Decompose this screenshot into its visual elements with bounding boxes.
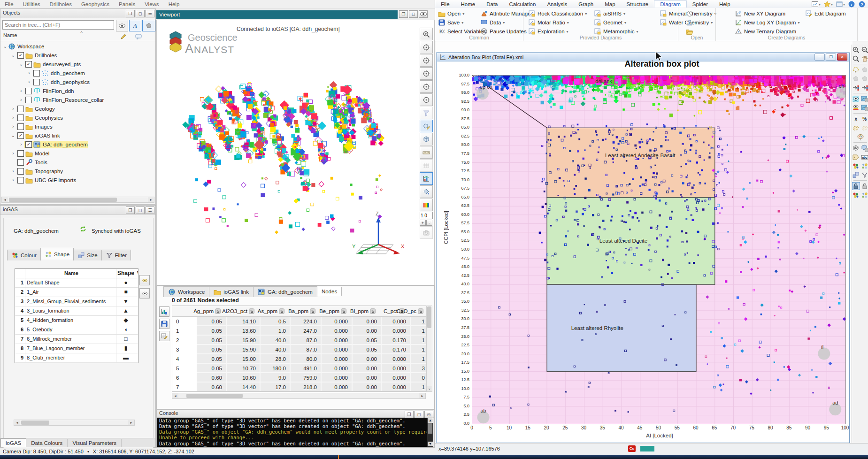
ribbon-tab-home[interactable]: Home <box>455 1 481 8</box>
tab-colour[interactable]: Colour <box>7 250 41 260</box>
legend-colour-button[interactable] <box>852 191 860 199</box>
ribbon-tab-data[interactable]: Data <box>481 1 503 8</box>
chevron-right-icon[interactable]: › <box>18 142 24 147</box>
shape-row-5-orebody[interactable]: 65_Orebody◖ <box>15 325 138 335</box>
colour-groups-button[interactable] <box>852 162 860 170</box>
column-plot-icon[interactable] <box>249 306 255 316</box>
ribbon-tab-graph[interactable]: Graph <box>573 1 599 8</box>
zoom-in-button[interactable] <box>852 46 860 54</box>
visibility-checkbox[interactable]: ✓ <box>17 132 24 139</box>
tag-labels-button[interactable] <box>852 153 860 161</box>
edit-cube-button[interactable] <box>420 120 433 132</box>
polygon-group-button[interactable] <box>852 75 860 83</box>
chevron-down-icon[interactable]: ⌄ <box>10 53 16 58</box>
shape-row-4-hidden-formation[interactable]: 54_Hidden_formation◆ <box>15 316 138 325</box>
plot-nodes-button[interactable] <box>159 306 169 317</box>
open-clock-button[interactable]: ▾ <box>686 10 697 17</box>
shape-row-7-blue-lagoon-member[interactable]: 87_Blue_Lagoon_member▮ <box>15 344 138 353</box>
tab-ga-ddh-geochem[interactable]: 10GA: ddh_geochem <box>253 286 317 297</box>
data-button[interactable]: Data▾ <box>480 19 505 26</box>
decrease-button[interactable]: - <box>426 220 432 226</box>
column-plot-icon[interactable] <box>310 306 316 316</box>
map-legend-alt-button[interactable] <box>861 104 868 112</box>
shape-row-default-shape[interactable]: 1Default Shape● <box>15 278 138 288</box>
size-groups-button[interactable] <box>852 171 860 179</box>
tab-nodes[interactable]: Nodes <box>317 287 342 296</box>
visibility-all-button[interactable] <box>139 275 150 285</box>
pause-updates-button[interactable]: Pause Updates <box>480 28 527 35</box>
shape-row-6-millrock-member[interactable]: 76_Millrock_member□ <box>15 335 138 344</box>
zoom-out-button[interactable] <box>861 46 868 54</box>
comment-bubble-icon[interactable] <box>135 33 142 40</box>
tab-size[interactable]: Size <box>73 250 101 260</box>
visibility-eye-icon[interactable] <box>135 297 138 306</box>
dock-panel-icon[interactable]: ◻ <box>136 207 145 214</box>
visibility-eye-icon[interactable] <box>135 353 138 362</box>
view-cube-button[interactable] <box>420 133 433 145</box>
chevron-right-icon[interactable]: › <box>18 88 24 93</box>
visibility-eye-icon[interactable] <box>135 316 138 325</box>
column-header-al2o3_pct[interactable]: Al2O3_pct <box>223 306 257 316</box>
tree-item-flinflon-resource-collar[interactable]: ›FlinFlon_Resource_collar <box>0 95 155 104</box>
tab-workspace[interactable]: Workspace <box>163 286 209 297</box>
tab-iogas-link[interactable]: ioGAS link <box>209 286 253 297</box>
tree-item-topography[interactable]: ›Topography <box>0 167 155 176</box>
eye-visibility-icon[interactable]: ◎ <box>424 411 433 418</box>
column-plot-icon[interactable] <box>215 306 221 316</box>
tab-filter[interactable]: Filter <box>101 250 131 260</box>
column-header-bi_ppm[interactable]: Bi_ppm <box>349 306 378 316</box>
geometry-toggle-button[interactable] <box>142 20 155 31</box>
visibility-checkbox[interactable] <box>17 115 24 121</box>
tree-item-ga-ddh-geochem[interactable]: ›✓10GA: ddh_geochem <box>0 140 155 149</box>
dock-panel-icon[interactable]: ◻ <box>415 411 423 418</box>
new-ternary-diagram-button[interactable]: New Ternary Diagram <box>735 28 796 35</box>
column-plot-icon[interactable] <box>279 306 285 316</box>
chevron-down-icon[interactable]: ⌄ <box>10 133 16 138</box>
shape-table-hscrollbar[interactable]: ◂ ▸ <box>14 420 135 426</box>
menu-help[interactable]: Help <box>164 1 184 7</box>
aisiris-button[interactable]: aiSIRIS▾ <box>594 10 625 17</box>
label-toggle-button[interactable]: A <box>129 20 141 31</box>
measure-ruler-button[interactable] <box>420 146 433 159</box>
eye-visibility-icon[interactable] <box>419 10 428 18</box>
menu-geophysics[interactable]: Geophysics <box>77 1 114 7</box>
tree-item-model[interactable]: ›Model <box>0 149 155 158</box>
table-row[interactable]: 20.0515.9040.087.00.0000.050.1701 <box>172 336 426 345</box>
float-panel-icon[interactable]: ❐ <box>405 411 414 418</box>
float-panel-icon[interactable]: ❐ <box>126 207 135 214</box>
pan-hand-button[interactable] <box>861 54 868 62</box>
text-labels-button[interactable]: abc <box>861 153 868 161</box>
visibility-checkbox[interactable] <box>17 150 24 157</box>
molar-ratio-button[interactable]: Molar Ratio▾ <box>528 19 569 26</box>
visibility-eye-icon[interactable] <box>135 344 138 353</box>
table-row[interactable]: 40.0515.0028.080.00.0000.000.0001 <box>172 354 426 364</box>
nodes-hscrollbar[interactable]: ◂ ▸ <box>172 393 426 399</box>
tree-item-flinflon-ddh[interactable]: ›FlinFlon_ddh <box>0 86 155 95</box>
chevron-right-icon[interactable]: › <box>10 124 16 129</box>
table-row[interactable]: 60.6010.609.0759.00.0000.000.0000 <box>172 373 426 382</box>
tree-item-geophysics[interactable]: ›Geophysics <box>0 113 155 122</box>
element-badge[interactable]: Cu <box>628 445 636 452</box>
cube-view-button[interactable] <box>852 144 860 152</box>
menu-views[interactable]: Views <box>140 1 163 7</box>
bottom-tab-visual-parameters[interactable]: Visual Parameters <box>68 439 122 447</box>
shape-row-1-air[interactable]: 21_Air■ <box>15 288 138 297</box>
tree-item-tools[interactable]: Tools <box>0 158 155 167</box>
table-row[interactable]: 30.0515.9040.087.00.0000.050.1701 <box>172 345 426 354</box>
tree-item-workspace[interactable]: ⌄Workspace <box>0 42 155 51</box>
shape-row-8-club-member[interactable]: 98_Club_member▬ <box>15 353 138 363</box>
exaggeration-input[interactable] <box>420 212 433 219</box>
cube-legend-button[interactable] <box>861 144 868 152</box>
menu-drillholes[interactable]: Drillholes <box>45 1 77 7</box>
chevron-right-icon[interactable]: › <box>18 97 24 102</box>
column-header-be_ppm[interactable]: Be_ppm <box>318 306 349 316</box>
shape-groups-button[interactable] <box>861 162 868 170</box>
column-header-cao_pc[interactable]: CaO_pc <box>407 306 426 316</box>
chevron-right-icon[interactable]: › <box>10 177 16 183</box>
percent-button[interactable]: % <box>861 115 868 123</box>
help-icon[interactable]: ? <box>858 0 866 8</box>
append-class-button[interactable] <box>861 84 868 92</box>
polygon-merge-button[interactable] <box>861 75 868 83</box>
visibility-checkbox[interactable] <box>17 177 24 184</box>
edit-diagram-button[interactable]: Edit Diagram <box>805 10 845 17</box>
